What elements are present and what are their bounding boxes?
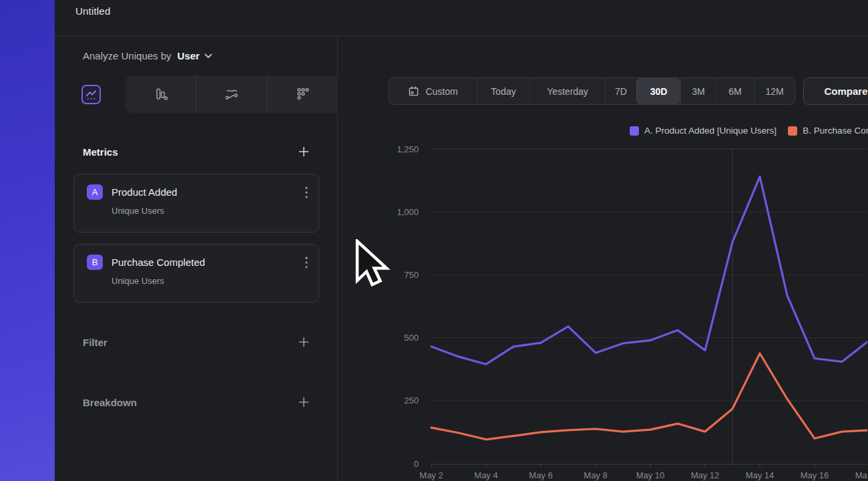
svg-text:May 12: May 12 bbox=[691, 470, 720, 480]
kebab-icon bbox=[305, 257, 308, 269]
svg-text:1,000: 1,000 bbox=[397, 207, 419, 217]
report-content: Analyze Uniques by User bbox=[55, 36, 868, 481]
filter-header: Filter bbox=[83, 337, 107, 348]
add-filter-button[interactable] bbox=[297, 335, 310, 349]
metric-subtitle: Unique Users bbox=[112, 206, 309, 216]
metric-card-b[interactable]: B Purchase Completed Unique Users bbox=[73, 244, 319, 303]
svg-text:750: 750 bbox=[404, 270, 419, 280]
tab-line-chart[interactable] bbox=[81, 85, 101, 104]
svg-text:May 14: May 14 bbox=[746, 470, 775, 480]
chart-panel: Custom Today Yesterday 7D 30D 3M 6M 12M … bbox=[338, 36, 868, 481]
svg-text:0: 0 bbox=[414, 459, 419, 469]
analyze-entity-value: User bbox=[178, 50, 200, 61]
report-header-bar: Untitled bbox=[55, 0, 868, 36]
analyze-entity-dropdown[interactable]: User bbox=[178, 50, 212, 61]
report-title[interactable]: Untitled bbox=[55, 0, 110, 17]
breakdown-header: Breakdown bbox=[83, 397, 137, 408]
svg-text:250: 250 bbox=[404, 395, 419, 406]
metric-name: Product Added bbox=[112, 186, 177, 198]
insights-chart: 02505007501,0001,250May 2May 4May 6May 8… bbox=[338, 36, 867, 480]
chart-type-tab-strip bbox=[126, 75, 338, 113]
metric-menu-button[interactable] bbox=[304, 185, 309, 200]
metrics-header-row: Metrics bbox=[83, 145, 310, 158]
line-chart-icon bbox=[85, 88, 97, 101]
metric-badge-b: B bbox=[87, 255, 103, 270]
svg-text:May 6: May 6 bbox=[529, 470, 552, 480]
svg-text:May 2: May 2 bbox=[419, 470, 443, 480]
analyze-row: Analyze Uniques by User bbox=[83, 50, 212, 61]
plus-icon bbox=[298, 146, 309, 157]
svg-text:May 10: May 10 bbox=[636, 470, 665, 480]
svg-text:May 8: May 8 bbox=[584, 470, 607, 480]
tab-bar-chart[interactable] bbox=[126, 75, 196, 113]
svg-text:May 4: May 4 bbox=[474, 470, 497, 480]
svg-text:500: 500 bbox=[404, 333, 419, 343]
svg-text:May 18: May 18 bbox=[855, 470, 867, 480]
add-breakdown-button[interactable] bbox=[297, 395, 310, 409]
filter-header-row: Filter bbox=[83, 335, 310, 349]
flows-icon bbox=[222, 86, 241, 103]
plus-icon bbox=[298, 337, 309, 347]
query-builder-panel: Analyze Uniques by User bbox=[55, 36, 338, 481]
tab-metric-grid[interactable] bbox=[267, 75, 338, 113]
metric-menu-button[interactable] bbox=[304, 255, 309, 270]
metric-badge-a: A bbox=[87, 184, 103, 200]
kebab-icon bbox=[305, 186, 308, 198]
breakdown-header-row: Breakdown bbox=[83, 395, 310, 409]
add-metric-button[interactable] bbox=[297, 145, 310, 158]
bar-chart-icon bbox=[152, 86, 170, 103]
chevron-down-icon bbox=[204, 53, 212, 59]
grid-dots-icon bbox=[294, 86, 311, 103]
plus-icon bbox=[298, 397, 309, 408]
insights-app-window: Untitled Analyze Uniques by User bbox=[55, 0, 868, 481]
tab-flows[interactable] bbox=[196, 75, 266, 113]
metric-name: Purchase Completed bbox=[112, 257, 205, 268]
metric-subtitle: Unique Users bbox=[112, 276, 309, 286]
metrics-header: Metrics bbox=[83, 146, 118, 158]
svg-text:May 16: May 16 bbox=[801, 470, 829, 480]
svg-text:1,250: 1,250 bbox=[397, 144, 419, 154]
analyze-label: Analyze Uniques by bbox=[83, 50, 172, 61]
desktop-background-strip bbox=[0, 0, 55, 481]
metric-card-a[interactable]: A Product Added Unique Users bbox=[73, 174, 319, 232]
